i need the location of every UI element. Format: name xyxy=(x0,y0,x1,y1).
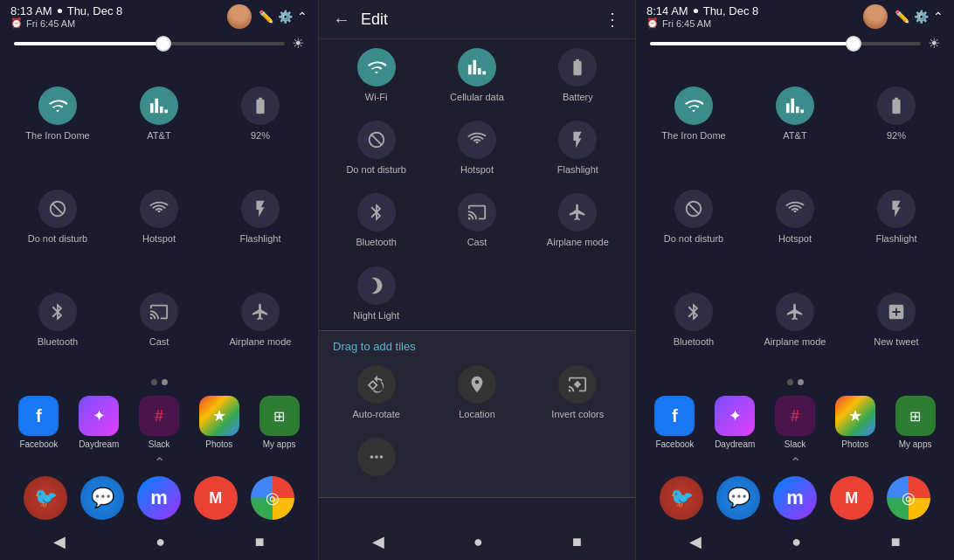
drag-tile-more[interactable] xyxy=(326,429,426,490)
right-dock-messenger[interactable]: m xyxy=(773,476,817,520)
left-chevron-up[interactable]: ⌃ xyxy=(0,453,318,473)
right-tile-battery[interactable]: 92% xyxy=(846,62,947,165)
right-tile-dnd[interactable]: Do not disturb xyxy=(643,165,744,268)
right-cellular-icon xyxy=(785,96,805,115)
right-alarm: Fri 6:45 AM xyxy=(662,18,711,29)
right-tile-hotspot[interactable]: Hotspot xyxy=(744,165,846,268)
right-dock-chrome[interactable]: ◎ xyxy=(887,476,930,520)
right-tile-bluetooth[interactable]: Bluetooth xyxy=(643,269,744,372)
right-brightness-fill xyxy=(650,42,854,45)
middle-back-button[interactable]: ← xyxy=(333,10,350,30)
left-settings-icon[interactable]: ⚙️ xyxy=(278,10,293,24)
left-battery-icon xyxy=(251,96,270,115)
left-tile-battery[interactable]: 92% xyxy=(210,62,311,165)
left-tile-hotspot[interactable]: Hotspot xyxy=(108,165,210,268)
right-status-right: ✏️ ⚙️ ⌃ xyxy=(863,4,944,29)
middle-nightlight-label: Night Light xyxy=(353,310,399,321)
middle-tile-battery[interactable]: Battery xyxy=(528,39,628,112)
right-nav-back[interactable]: ◀ xyxy=(689,532,702,551)
right-edit-icon[interactable]: ✏️ xyxy=(895,10,909,24)
middle-nav-home[interactable]: ● xyxy=(474,533,483,551)
right-app-slack[interactable]: # Slack xyxy=(775,396,815,449)
left-app-photos[interactable]: ★ Photos xyxy=(199,396,239,449)
drag-tile-autorotate[interactable]: Auto-rotate xyxy=(326,356,426,429)
left-tile-airplane-bg xyxy=(241,293,280,331)
right-nav-home[interactable]: ● xyxy=(792,533,801,551)
right-dock-msg[interactable]: 💬 xyxy=(716,476,760,520)
right-brightness[interactable]: ☀ xyxy=(636,31,954,59)
middle-more-button[interactable]: ⋮ xyxy=(604,9,621,30)
middle-cellular-bg xyxy=(458,48,496,86)
left-brightness[interactable]: ☀ xyxy=(0,31,318,59)
left-dock-messenger[interactable]: m xyxy=(137,476,181,520)
right-tile-flashlight[interactable]: Flashlight xyxy=(846,165,947,268)
drag-invert-bg xyxy=(558,365,597,404)
right-brightness-bar[interactable] xyxy=(650,42,921,45)
left-nav-home[interactable]: ● xyxy=(156,533,165,551)
right-tile-wifi[interactable]: The Iron Dome xyxy=(643,62,744,165)
right-status-icons: ✏️ ⚙️ ⌃ xyxy=(895,10,944,24)
left-tile-bluetooth[interactable]: Bluetooth xyxy=(7,269,108,372)
right-nav-recent[interactable]: ■ xyxy=(891,533,901,551)
drag-tiles-grid: Auto-rotate Location Invert colors xyxy=(319,356,635,497)
middle-tile-hotspot[interactable]: Hotspot xyxy=(426,112,527,184)
left-nav-back[interactable]: ◀ xyxy=(53,532,66,551)
left-dock-gmail[interactable]: M xyxy=(194,476,238,520)
middle-tile-cellular[interactable]: Cellular data xyxy=(426,39,527,112)
middle-tile-cast[interactable]: Cast xyxy=(426,184,527,257)
middle-cast-label: Cast xyxy=(467,237,487,248)
middle-nav-back[interactable]: ◀ xyxy=(372,532,384,551)
left-dock-chrome[interactable]: ◎ xyxy=(251,476,294,520)
left-tile-cast[interactable]: Cast xyxy=(108,269,210,372)
right-brightness-icon: ☀ xyxy=(928,35,940,52)
left-tile-dnd[interactable]: Do not disturb xyxy=(7,165,108,268)
right-chevron-icon[interactable]: ⌃ xyxy=(933,10,944,24)
left-chevron-icon[interactable]: ⌃ xyxy=(297,10,308,24)
left-dock-msg[interactable]: 💬 xyxy=(80,476,124,520)
left-edit-icon[interactable]: ✏️ xyxy=(259,10,273,24)
right-dock-gmail[interactable]: M xyxy=(830,476,874,520)
left-daydream-label: Daydream xyxy=(79,439,119,449)
middle-tile-flashlight[interactable]: Flashlight xyxy=(528,112,628,184)
drag-autorotate-label: Auto-rotate xyxy=(352,409,399,420)
right-app-myapps[interactable]: ⊞ My apps xyxy=(895,396,936,449)
middle-tile-bluetooth[interactable]: Bluetooth xyxy=(326,184,426,257)
left-app-myapps[interactable]: ⊞ My apps xyxy=(259,396,300,449)
left-tiles-grid: The Iron Dome AT&T 92% Do not disturb H xyxy=(0,59,318,376)
right-tile-newtweet[interactable]: New tweet xyxy=(846,269,947,372)
left-app-facebook[interactable]: f Facebook xyxy=(18,396,59,449)
drag-tile-location[interactable]: Location xyxy=(426,356,527,429)
middle-tile-airplane[interactable]: Airplane mode xyxy=(528,184,628,257)
right-app-photos[interactable]: ★ Photos xyxy=(835,396,875,449)
middle-nav-recent[interactable]: ■ xyxy=(572,533,582,551)
right-settings-icon[interactable]: ⚙️ xyxy=(914,10,929,24)
right-chevron-up[interactable]: ⌃ xyxy=(636,453,954,473)
right-tile-cellular[interactable]: AT&T xyxy=(744,62,846,165)
right-app-daydream[interactable]: ✦ Daydream xyxy=(715,396,755,449)
left-tile-cellular-label: AT&T xyxy=(147,130,170,142)
right-airplane-bg xyxy=(776,293,814,331)
left-app-slack[interactable]: # Slack xyxy=(139,396,179,449)
middle-tile-dnd[interactable]: Do not disturb xyxy=(326,112,426,184)
right-brightness-thumb[interactable] xyxy=(846,36,861,52)
middle-tile-nightlight[interactable]: Night Light xyxy=(326,258,426,330)
middle-header: ← Edit ⋮ xyxy=(319,0,635,39)
right-app-facebook[interactable]: f Facebook xyxy=(654,396,695,449)
right-panel: 8:14 AM Thu, Dec 8 ⏰ Fri 6:45 AM ✏️ ⚙️ ⌃… xyxy=(636,0,954,560)
middle-tile-wifi[interactable]: Wi-Fi xyxy=(326,39,426,112)
left-tile-airplane[interactable]: Airplane mode xyxy=(210,269,311,372)
drag-tile-invert[interactable]: Invert colors xyxy=(528,356,628,429)
left-tile-wifi[interactable]: The Iron Dome xyxy=(7,62,108,165)
left-brightness-bar[interactable] xyxy=(14,42,285,45)
left-app-daydream[interactable]: ✦ Daydream xyxy=(79,396,119,449)
right-dock-bird[interactable]: 🐦 xyxy=(660,476,703,520)
left-nav-recent[interactable]: ■ xyxy=(255,533,265,551)
middle-battery-icon xyxy=(568,58,587,77)
left-tile-cast-label: Cast xyxy=(149,336,169,348)
right-tile-airplane[interactable]: Airplane mode xyxy=(744,269,846,372)
left-brightness-thumb[interactable] xyxy=(156,36,171,52)
left-tile-flashlight[interactable]: Flashlight xyxy=(210,165,311,268)
left-tile-cellular[interactable]: AT&T xyxy=(108,62,210,165)
left-dock-bird[interactable]: 🐦 xyxy=(24,476,67,520)
middle-cast-bg xyxy=(458,193,496,232)
